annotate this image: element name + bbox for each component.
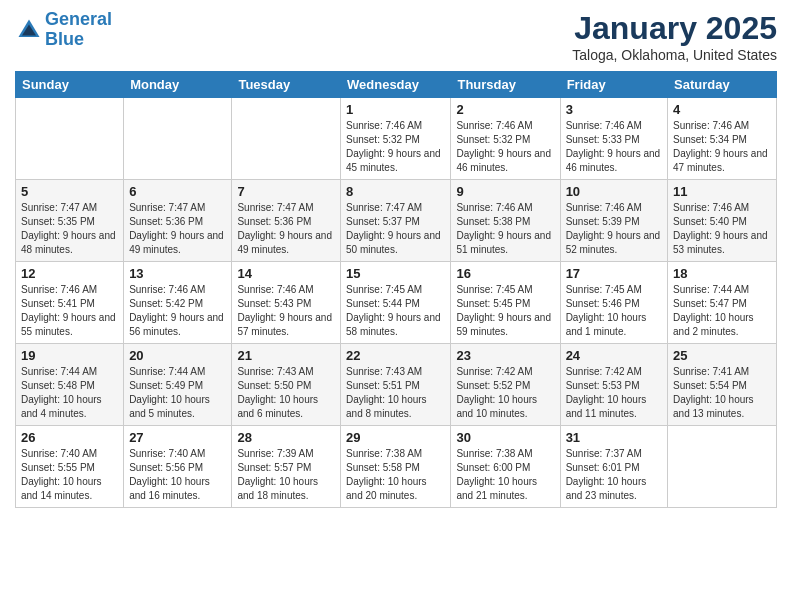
day-number: 1 [346,102,445,117]
calendar-cell: 24Sunrise: 7:42 AM Sunset: 5:53 PM Dayli… [560,344,667,426]
day-info: Sunrise: 7:45 AM Sunset: 5:44 PM Dayligh… [346,283,445,339]
logo-line2: Blue [45,29,84,49]
day-info: Sunrise: 7:46 AM Sunset: 5:32 PM Dayligh… [456,119,554,175]
day-info: Sunrise: 7:44 AM Sunset: 5:47 PM Dayligh… [673,283,771,339]
day-info: Sunrise: 7:46 AM Sunset: 5:33 PM Dayligh… [566,119,662,175]
day-info: Sunrise: 7:46 AM Sunset: 5:41 PM Dayligh… [21,283,118,339]
day-number: 26 [21,430,118,445]
calendar-cell: 16Sunrise: 7:45 AM Sunset: 5:45 PM Dayli… [451,262,560,344]
calendar-cell: 8Sunrise: 7:47 AM Sunset: 5:37 PM Daylig… [341,180,451,262]
day-number: 6 [129,184,226,199]
day-number: 22 [346,348,445,363]
day-number: 12 [21,266,118,281]
calendar-cell [668,426,777,508]
calendar-cell: 21Sunrise: 7:43 AM Sunset: 5:50 PM Dayli… [232,344,341,426]
calendar-cell: 13Sunrise: 7:46 AM Sunset: 5:42 PM Dayli… [124,262,232,344]
calendar-cell: 12Sunrise: 7:46 AM Sunset: 5:41 PM Dayli… [16,262,124,344]
title-block: January 2025 Taloga, Oklahoma, United St… [572,10,777,63]
calendar-cell: 31Sunrise: 7:37 AM Sunset: 6:01 PM Dayli… [560,426,667,508]
weekday-header-saturday: Saturday [668,72,777,98]
weekday-header-wednesday: Wednesday [341,72,451,98]
day-number: 11 [673,184,771,199]
day-number: 24 [566,348,662,363]
calendar-cell: 7Sunrise: 7:47 AM Sunset: 5:36 PM Daylig… [232,180,341,262]
weekday-header-friday: Friday [560,72,667,98]
calendar-cell [16,98,124,180]
calendar-cell: 3Sunrise: 7:46 AM Sunset: 5:33 PM Daylig… [560,98,667,180]
calendar-cell: 20Sunrise: 7:44 AM Sunset: 5:49 PM Dayli… [124,344,232,426]
calendar-cell: 30Sunrise: 7:38 AM Sunset: 6:00 PM Dayli… [451,426,560,508]
day-info: Sunrise: 7:46 AM Sunset: 5:32 PM Dayligh… [346,119,445,175]
day-info: Sunrise: 7:44 AM Sunset: 5:48 PM Dayligh… [21,365,118,421]
day-number: 30 [456,430,554,445]
weekday-header-sunday: Sunday [16,72,124,98]
day-info: Sunrise: 7:39 AM Sunset: 5:57 PM Dayligh… [237,447,335,503]
day-info: Sunrise: 7:41 AM Sunset: 5:54 PM Dayligh… [673,365,771,421]
day-number: 10 [566,184,662,199]
week-row-0: 1Sunrise: 7:46 AM Sunset: 5:32 PM Daylig… [16,98,777,180]
day-info: Sunrise: 7:46 AM Sunset: 5:43 PM Dayligh… [237,283,335,339]
logo-icon [15,16,43,44]
calendar-cell: 4Sunrise: 7:46 AM Sunset: 5:34 PM Daylig… [668,98,777,180]
calendar-cell: 17Sunrise: 7:45 AM Sunset: 5:46 PM Dayli… [560,262,667,344]
calendar-cell: 27Sunrise: 7:40 AM Sunset: 5:56 PM Dayli… [124,426,232,508]
day-number: 4 [673,102,771,117]
day-info: Sunrise: 7:47 AM Sunset: 5:35 PM Dayligh… [21,201,118,257]
day-info: Sunrise: 7:45 AM Sunset: 5:45 PM Dayligh… [456,283,554,339]
day-number: 8 [346,184,445,199]
calendar-cell [232,98,341,180]
weekday-header-monday: Monday [124,72,232,98]
weekday-header-thursday: Thursday [451,72,560,98]
day-info: Sunrise: 7:47 AM Sunset: 5:36 PM Dayligh… [237,201,335,257]
weekday-header-tuesday: Tuesday [232,72,341,98]
calendar-cell [124,98,232,180]
logo-line1: General [45,9,112,29]
day-number: 23 [456,348,554,363]
day-info: Sunrise: 7:47 AM Sunset: 5:37 PM Dayligh… [346,201,445,257]
day-number: 15 [346,266,445,281]
day-number: 21 [237,348,335,363]
day-info: Sunrise: 7:40 AM Sunset: 5:56 PM Dayligh… [129,447,226,503]
week-row-2: 12Sunrise: 7:46 AM Sunset: 5:41 PM Dayli… [16,262,777,344]
calendar-cell: 22Sunrise: 7:43 AM Sunset: 5:51 PM Dayli… [341,344,451,426]
calendar-cell: 6Sunrise: 7:47 AM Sunset: 5:36 PM Daylig… [124,180,232,262]
day-number: 31 [566,430,662,445]
day-number: 13 [129,266,226,281]
day-info: Sunrise: 7:47 AM Sunset: 5:36 PM Dayligh… [129,201,226,257]
day-info: Sunrise: 7:37 AM Sunset: 6:01 PM Dayligh… [566,447,662,503]
day-number: 9 [456,184,554,199]
day-info: Sunrise: 7:38 AM Sunset: 5:58 PM Dayligh… [346,447,445,503]
day-number: 16 [456,266,554,281]
day-number: 18 [673,266,771,281]
calendar-cell: 1Sunrise: 7:46 AM Sunset: 5:32 PM Daylig… [341,98,451,180]
calendar-cell: 25Sunrise: 7:41 AM Sunset: 5:54 PM Dayli… [668,344,777,426]
page-container: General Blue January 2025 Taloga, Oklaho… [0,0,792,518]
header: General Blue January 2025 Taloga, Oklaho… [15,10,777,63]
day-number: 2 [456,102,554,117]
day-number: 25 [673,348,771,363]
calendar-cell: 28Sunrise: 7:39 AM Sunset: 5:57 PM Dayli… [232,426,341,508]
day-number: 7 [237,184,335,199]
day-number: 3 [566,102,662,117]
day-info: Sunrise: 7:42 AM Sunset: 5:52 PM Dayligh… [456,365,554,421]
day-info: Sunrise: 7:46 AM Sunset: 5:40 PM Dayligh… [673,201,771,257]
calendar-cell: 18Sunrise: 7:44 AM Sunset: 5:47 PM Dayli… [668,262,777,344]
day-info: Sunrise: 7:42 AM Sunset: 5:53 PM Dayligh… [566,365,662,421]
day-info: Sunrise: 7:46 AM Sunset: 5:42 PM Dayligh… [129,283,226,339]
day-info: Sunrise: 7:38 AM Sunset: 6:00 PM Dayligh… [456,447,554,503]
month-title: January 2025 [572,10,777,47]
day-info: Sunrise: 7:46 AM Sunset: 5:34 PM Dayligh… [673,119,771,175]
day-number: 17 [566,266,662,281]
day-number: 19 [21,348,118,363]
calendar-table: SundayMondayTuesdayWednesdayThursdayFrid… [15,71,777,508]
day-info: Sunrise: 7:44 AM Sunset: 5:49 PM Dayligh… [129,365,226,421]
day-info: Sunrise: 7:45 AM Sunset: 5:46 PM Dayligh… [566,283,662,339]
calendar-cell: 19Sunrise: 7:44 AM Sunset: 5:48 PM Dayli… [16,344,124,426]
day-number: 28 [237,430,335,445]
calendar-cell: 10Sunrise: 7:46 AM Sunset: 5:39 PM Dayli… [560,180,667,262]
calendar-cell: 26Sunrise: 7:40 AM Sunset: 5:55 PM Dayli… [16,426,124,508]
calendar-cell: 11Sunrise: 7:46 AM Sunset: 5:40 PM Dayli… [668,180,777,262]
location: Taloga, Oklahoma, United States [572,47,777,63]
day-number: 14 [237,266,335,281]
calendar-cell: 9Sunrise: 7:46 AM Sunset: 5:38 PM Daylig… [451,180,560,262]
